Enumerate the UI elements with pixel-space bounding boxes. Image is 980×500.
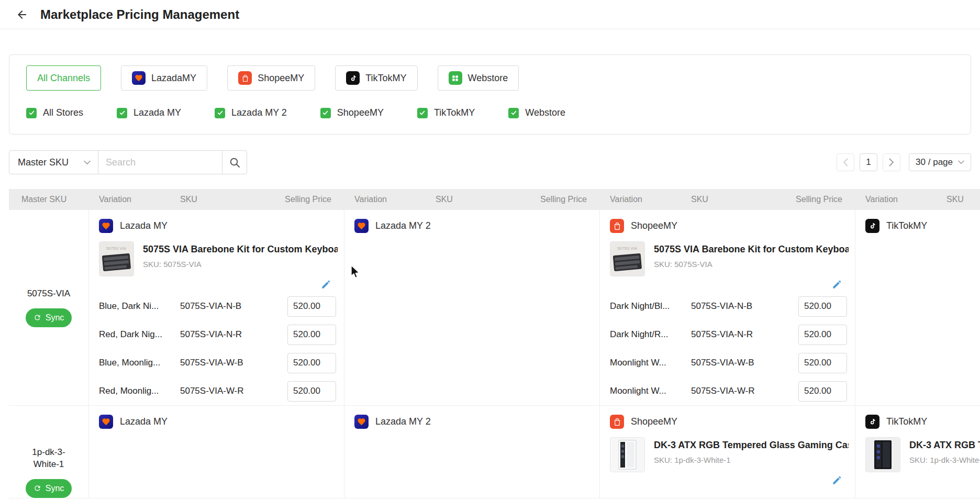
product-sku: SKU: 5075S-VIA <box>654 260 849 269</box>
store-group-tiktokmy: TikTokMY DK-3 ATX RGB Tempered Glass Gam… <box>855 406 980 498</box>
refresh-icon <box>34 314 41 321</box>
product-text: 5075S VIA Barebone Kit for Custom Keyboa… <box>654 241 849 276</box>
product-info: DK-3 ATX RGB Tempered Glass Gaming Casin… <box>855 431 980 472</box>
search-button[interactable] <box>222 150 247 174</box>
lazada-icon <box>99 219 113 233</box>
store-checkbox-webstore[interactable]: Webstore <box>508 107 565 118</box>
channel-lazadamy-button[interactable]: LazadaMY <box>121 65 207 91</box>
store-checkbox-lazada-my[interactable]: Lazada MY <box>117 107 181 118</box>
master-sku-cell: 1p-dk-3-White-1 Sync <box>9 406 89 498</box>
table-header-row: Master SKU Variation SKU Selling Price V… <box>9 189 980 210</box>
channel-label: Webstore <box>468 73 508 84</box>
variation-row: Moonlight W... 5075S-VIA-W-B <box>600 349 855 377</box>
search-input[interactable] <box>98 150 222 174</box>
price-input[interactable] <box>798 325 847 345</box>
channel-webstore-button[interactable]: Webstore <box>438 65 519 91</box>
edit-row <box>855 472 980 488</box>
product-text: 5075S VIA Barebone Kit for Custom Keyboa… <box>143 241 338 276</box>
column-header-selling-price: Selling Price <box>280 195 344 204</box>
next-page-button[interactable] <box>883 153 900 171</box>
page-size-select[interactable]: 30 / page <box>909 153 971 171</box>
refresh-icon <box>34 484 41 492</box>
search-icon <box>229 157 240 168</box>
variation-sku: 5075S-VIA-W-R <box>691 386 790 396</box>
store-header: Lazada MY 2 <box>344 406 599 431</box>
store-checkbox-all-stores[interactable]: All Stores <box>26 107 83 118</box>
store-checkbox-label: Webstore <box>525 107 565 118</box>
store-group-lazada-my-2: Lazada MY 2 <box>344 210 600 405</box>
product-info: DK-3 ATX RGB Tempered Glass Gaming Casin… <box>600 431 855 472</box>
product-title: 5075S VIA Barebone Kit for Custom Keyboa… <box>143 244 338 255</box>
product-title: DK-3 ATX RGB Tempered Glass Gaming Casin… <box>654 440 849 451</box>
back-button[interactable] <box>14 7 30 23</box>
pricing-table: Master SKU Variation SKU Selling Price V… <box>9 189 980 498</box>
page-size-value: 30 / page <box>916 157 953 168</box>
column-header-sku: SKU <box>691 195 790 204</box>
topbar: Marketplace Pricing Management <box>0 0 980 29</box>
chevron-right-icon <box>889 158 894 166</box>
price-input[interactable] <box>287 381 336 402</box>
channel-all-label: All Channels <box>37 73 90 84</box>
store-name: Lazada MY <box>120 416 168 427</box>
checkmark-icon[interactable] <box>417 108 428 118</box>
channel-all-button[interactable]: All Channels <box>26 65 101 91</box>
column-header-variation: Variation <box>89 195 180 204</box>
channel-label: ShopeeMY <box>258 73 304 84</box>
price-input[interactable] <box>287 296 336 317</box>
product-info: 5075S VIA 5075S VIA Barebone Kit for Cus… <box>89 235 344 276</box>
prev-page-button[interactable] <box>837 153 854 171</box>
checkmark-icon[interactable] <box>320 108 331 118</box>
edit-prices-button[interactable] <box>832 474 842 488</box>
channels-row: All Channels LazadaMY ShopeeMY TikTokMY … <box>26 65 954 91</box>
store-name: TikTokMY <box>886 416 927 427</box>
product-sku: SKU: 1p-dk-3-White-1 <box>654 455 849 464</box>
sync-button[interactable]: Sync <box>26 479 72 498</box>
store-name: Lazada MY 2 <box>375 220 431 231</box>
variation-sku: 5075S-VIA-N-R <box>691 329 790 340</box>
store-checkbox-label: TikTokMY <box>434 107 475 118</box>
variation-sku: 5075S-VIA-N-R <box>180 329 280 340</box>
master-row: 1p-dk-3-White-1 Sync Lazada MY Lazada MY… <box>9 406 980 498</box>
variation-name: Moonlight W... <box>610 386 691 396</box>
checkmark-icon[interactable] <box>26 108 37 118</box>
variation-name: Red, Dark Nig... <box>99 329 180 340</box>
page-number-button[interactable]: 1 <box>860 153 877 171</box>
checkmark-icon[interactable] <box>215 108 225 118</box>
store-checkbox-label: All Stores <box>43 107 83 118</box>
variation-row: Dark Night/Bl... 5075S-VIA-N-B <box>600 292 855 320</box>
edit-prices-button[interactable] <box>832 279 842 292</box>
sync-label: Sync <box>46 313 64 323</box>
price-input[interactable] <box>287 325 336 345</box>
variation-sku: 5075S-VIA-W-B <box>180 358 280 368</box>
tiktok-icon <box>865 219 879 233</box>
checkmark-icon[interactable] <box>117 108 127 118</box>
channel-tiktokmy-button[interactable]: TikTokMY <box>335 65 417 91</box>
column-header-variation: Variation <box>344 195 436 204</box>
master-sku-value: 1p-dk-3-White-1 <box>20 447 77 471</box>
store-checkbox-label: Lazada MY <box>133 107 181 118</box>
column-header-selling-price: Selling Price <box>790 195 855 204</box>
sku-filter-select[interactable]: Master SKU <box>9 150 98 174</box>
price-input[interactable] <box>287 353 336 373</box>
store-header: ShopeeMY <box>600 406 855 431</box>
variation-sku: 5075S-VIA-W-B <box>691 358 790 368</box>
checkmark-icon[interactable] <box>508 108 519 118</box>
store-checkbox-lazada-my-2[interactable]: Lazada MY 2 <box>215 107 287 118</box>
store-checkbox-tiktokmy[interactable]: TikTokMY <box>417 107 475 118</box>
price-input[interactable] <box>798 381 847 402</box>
webstore-icon <box>449 71 462 85</box>
edit-prices-button[interactable] <box>321 279 331 292</box>
pencil-icon <box>321 280 331 290</box>
column-header-group: Variation SKU Selling Price <box>600 195 855 204</box>
store-checkbox-shopeemy[interactable]: ShopeeMY <box>320 107 384 118</box>
channel-shopeemy-button[interactable]: ShopeeMY <box>227 65 315 91</box>
store-checkbox-label: ShopeeMY <box>337 107 384 118</box>
store-group-lazada-my: Lazada MY 5075S VIA 5075S VIA Barebone K… <box>89 210 344 405</box>
product-thumbnail: 5075S VIA <box>99 241 134 276</box>
price-input[interactable] <box>798 296 847 317</box>
sync-button[interactable]: Sync <box>26 308 72 327</box>
product-thumbnail: 5075S VIA <box>610 241 645 276</box>
column-header-sku: SKU <box>436 195 535 204</box>
price-input[interactable] <box>798 353 847 373</box>
variation-name: Blue, Moonlig... <box>99 358 180 368</box>
